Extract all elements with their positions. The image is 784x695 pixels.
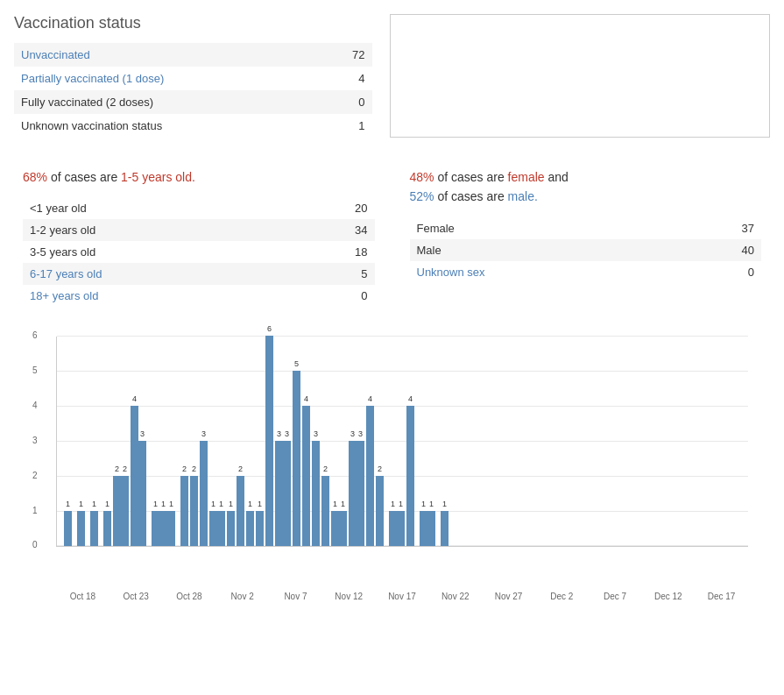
age-table-row: 6-17 years old 5 bbox=[23, 263, 375, 285]
sex-table-row: Unknown sex 0 bbox=[410, 261, 762, 283]
x-axis-label: Dec 2 bbox=[535, 592, 589, 601]
bar: 3 bbox=[283, 441, 291, 546]
y-tick-label: 5 bbox=[32, 365, 38, 375]
bar-count-label: 4 bbox=[368, 394, 372, 403]
vacc-row-value: 72 bbox=[320, 43, 371, 67]
bar-count-label: 3 bbox=[358, 429, 363, 438]
bar: 3 bbox=[200, 441, 208, 546]
bar: 1 bbox=[159, 511, 167, 546]
x-axis-label: Dec 12 bbox=[641, 592, 695, 601]
bar-count-label: 1 bbox=[219, 500, 223, 508]
y-tick-label: 2 bbox=[32, 471, 38, 480]
age-row-label: 6-17 years old bbox=[23, 263, 292, 285]
bar: 2 bbox=[121, 476, 129, 546]
y-tick-label: 0 bbox=[32, 540, 38, 550]
bar-count-label: 1 bbox=[442, 500, 447, 508]
bar: 3 bbox=[275, 441, 283, 546]
bar-count-label: 1 bbox=[248, 500, 252, 508]
bar-count-label: 1 bbox=[169, 500, 173, 508]
bar-count-label: 1 bbox=[421, 500, 426, 508]
sex-row-label: Male bbox=[410, 239, 675, 261]
sex-row-label: Unknown sex bbox=[410, 261, 675, 283]
vacc-table-row: Fully vaccinated (2 doses) 0 bbox=[14, 90, 372, 114]
bar-count-label: 1 bbox=[258, 500, 262, 508]
x-axis-label: Oct 28 bbox=[163, 592, 216, 601]
vacc-row-label: Partially vaccinated (1 dose) bbox=[14, 67, 320, 90]
age-table: <1 year old 20 1-2 years old 34 3-5 year… bbox=[23, 197, 375, 307]
sex-table-row: Male 40 bbox=[410, 239, 762, 261]
bar: 1 bbox=[246, 511, 254, 546]
vacc-row-value: 1 bbox=[320, 114, 371, 138]
y-tick-label: 4 bbox=[32, 401, 38, 410]
bar-count-label: 3 bbox=[277, 429, 281, 438]
vacc-row-label: Fully vaccinated (2 doses) bbox=[14, 90, 320, 114]
sex-table: Female 37 Male 40 Unknown sex 0 bbox=[410, 217, 762, 283]
x-axis-label: Nov 17 bbox=[376, 592, 429, 601]
bar-count-label: 3 bbox=[314, 429, 318, 438]
x-axis-label: Nov 2 bbox=[215, 592, 269, 601]
bar-count-label: 3 bbox=[285, 429, 289, 438]
x-axis-label: Nov 7 bbox=[269, 592, 322, 601]
bar: 3 bbox=[138, 441, 146, 546]
vacc-row-value: 4 bbox=[320, 67, 371, 90]
bar-count-label: 1 bbox=[429, 500, 434, 508]
age-table-row: 18+ years old 0 bbox=[23, 285, 375, 307]
x-axis-label: Nov 22 bbox=[428, 592, 482, 601]
age-row-value: 18 bbox=[292, 241, 375, 263]
bar: 1 bbox=[152, 511, 159, 546]
age-row-value: 5 bbox=[292, 263, 375, 285]
age-sentence: 68% of cases are 1-5 years old. bbox=[23, 167, 375, 187]
age-panel: 68% of cases are 1-5 years old. <1 year … bbox=[14, 159, 384, 316]
vacc-definitions-box bbox=[390, 14, 771, 138]
bar: 1 bbox=[427, 511, 435, 546]
bar-count-label: 5 bbox=[294, 359, 299, 368]
age-table-row: <1 year old 20 bbox=[23, 197, 375, 219]
bar: 2 bbox=[376, 476, 384, 546]
bar-count-label: 1 bbox=[211, 500, 215, 508]
bar: 1 bbox=[167, 511, 175, 546]
sex-table-row: Female 37 bbox=[410, 217, 762, 239]
bar-count-label: 2 bbox=[115, 465, 119, 473]
bar: 3 bbox=[349, 441, 357, 546]
y-tick-label: 6 bbox=[32, 330, 38, 340]
bar-count-label: 2 bbox=[378, 465, 382, 473]
bar-count-label: 4 bbox=[132, 394, 137, 403]
bar: 2 bbox=[113, 476, 121, 546]
chart-plot-area: 0123456 11112243111223111211633543211334… bbox=[56, 337, 748, 547]
bar-count-label: 6 bbox=[267, 324, 272, 333]
age-row-label: <1 year old bbox=[23, 197, 292, 219]
x-axis-label: Oct 23 bbox=[109, 592, 163, 601]
bar: 1 bbox=[256, 511, 264, 546]
bar-count-label: 1 bbox=[79, 500, 83, 508]
bar: 4 bbox=[302, 406, 310, 546]
bar-count-label: 2 bbox=[182, 465, 187, 473]
bar-count-label: 1 bbox=[66, 500, 70, 508]
sex-row-label: Female bbox=[410, 217, 675, 239]
bar: 1 bbox=[339, 511, 347, 546]
bar: 1 bbox=[209, 511, 217, 546]
bar: 2 bbox=[237, 476, 244, 546]
age-row-value: 0 bbox=[292, 285, 375, 307]
bar: 1 bbox=[397, 511, 405, 546]
x-axis-label: Dec 17 bbox=[695, 592, 748, 601]
bar: 1 bbox=[217, 511, 225, 546]
bar-count-label: 3 bbox=[350, 429, 355, 438]
bar: 1 bbox=[77, 511, 85, 546]
y-tick-label: 3 bbox=[32, 436, 38, 445]
x-axis-label: Nov 27 bbox=[482, 592, 535, 601]
bar: 1 bbox=[389, 511, 397, 546]
age-row-label: 1-2 years old bbox=[23, 219, 292, 241]
vaccination-status-panel: Vaccination status Unvaccinated 72 Parti… bbox=[14, 14, 372, 138]
bar-count-label: 1 bbox=[161, 500, 166, 508]
bar: 2 bbox=[321, 476, 329, 546]
sex-row-value: 0 bbox=[675, 261, 761, 283]
bar-count-label: 4 bbox=[304, 394, 308, 403]
bar-count-label: 3 bbox=[140, 429, 145, 438]
vacc-status-title: Vaccination status bbox=[14, 14, 372, 32]
vacc-row-label: Unknown vaccination status bbox=[14, 114, 320, 138]
vacc-row-label: Unvaccinated bbox=[14, 43, 320, 67]
bar-count-label: 1 bbox=[92, 500, 96, 508]
age-table-row: 1-2 years old 34 bbox=[23, 219, 375, 241]
bar: 1 bbox=[420, 511, 427, 546]
age-row-label: 3-5 years old bbox=[23, 241, 292, 263]
